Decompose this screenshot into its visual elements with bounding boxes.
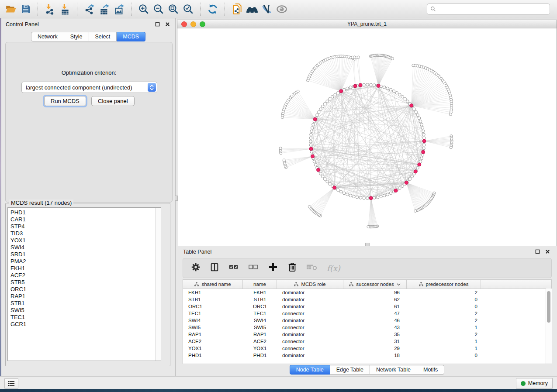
mcds-result-item[interactable]: ORC1 — [10, 286, 161, 293]
network-node[interactable] — [326, 100, 329, 103]
export-network-button[interactable] — [82, 2, 97, 17]
tab-mcds[interactable]: MCDS — [117, 32, 145, 41]
network-node[interactable] — [343, 192, 346, 195]
network-node[interactable] — [317, 110, 320, 113]
table-row-FKH1[interactable]: FKH1FKH1dominator962 — [183, 289, 551, 296]
network-node[interactable] — [422, 147, 426, 150]
apply-layout-button[interactable] — [205, 2, 220, 17]
mcds-result-item[interactable]: FKH1 — [10, 265, 161, 272]
network-node[interactable] — [316, 113, 319, 117]
network-node[interactable] — [331, 95, 334, 98]
network-node[interactable] — [418, 117, 421, 120]
network-leaf-node[interactable] — [357, 56, 360, 58]
network-leaf-node[interactable] — [297, 90, 299, 93]
mcds-result-item[interactable]: TEC1 — [10, 314, 161, 321]
close-panel-button[interactable]: Close panel — [91, 96, 135, 106]
mcds-dominator-node[interactable] — [422, 150, 425, 154]
tab-style[interactable]: Style — [64, 32, 89, 41]
select-all-rows-icon[interactable] — [228, 262, 239, 274]
mcds-dominator-node[interactable] — [369, 196, 373, 200]
settings-gear-icon[interactable] — [191, 262, 201, 274]
network-node[interactable] — [422, 137, 426, 140]
network-node[interactable] — [401, 95, 404, 98]
network-node[interactable] — [323, 102, 326, 105]
network-node[interactable] — [422, 130, 425, 133]
network-node[interactable] — [366, 197, 369, 200]
close-panel-icon[interactable] — [544, 248, 551, 255]
mcds-result-item[interactable]: SWI5 — [10, 307, 161, 314]
mcds-result-item[interactable]: PHD1 — [10, 209, 161, 216]
mcds-dominator-node[interactable] — [359, 83, 362, 87]
mcds-result-item[interactable]: STB5 — [10, 279, 161, 286]
network-node[interactable] — [383, 194, 386, 197]
network-node[interactable] — [373, 196, 376, 199]
network-node[interactable] — [339, 190, 343, 193]
table-row-ORC1[interactable]: ORC1ORC1dominator610 — [183, 303, 551, 310]
open-session-button[interactable] — [3, 2, 18, 17]
network-node[interactable] — [313, 160, 316, 163]
search-box[interactable] — [427, 3, 550, 15]
network-node[interactable] — [310, 130, 313, 133]
network-node[interactable] — [363, 83, 366, 86]
export-table-button[interactable] — [97, 2, 112, 17]
network-leaf-node[interactable] — [279, 147, 282, 150]
network-node[interactable] — [415, 110, 418, 113]
mcds-dominator-node[interactable] — [377, 84, 380, 87]
deselect-all-rows-icon[interactable] — [248, 262, 259, 274]
mcds-dominator-node[interactable] — [405, 181, 408, 184]
network-node[interactable] — [408, 178, 412, 181]
mcds-result-item[interactable]: STB1 — [10, 300, 161, 307]
mcds-dominator-node[interactable] — [339, 89, 343, 93]
mcds-dominator-node[interactable] — [311, 155, 315, 158]
network-node[interactable] — [349, 86, 352, 89]
table-row-STB1[interactable]: STB1STB1dominator620 — [183, 296, 551, 303]
network-node[interactable] — [392, 90, 395, 93]
table-scrollbar-thumb[interactable] — [547, 291, 550, 323]
network-node[interactable] — [421, 154, 424, 157]
network-node[interactable] — [398, 93, 401, 96]
mcds-result-item[interactable]: GCR1 — [10, 321, 161, 328]
hide-selected-button[interactable] — [259, 2, 274, 17]
network-node[interactable] — [419, 120, 422, 123]
table-scrollbar[interactable] — [546, 289, 552, 364]
network-node[interactable] — [398, 187, 401, 190]
search-input[interactable] — [438, 6, 547, 13]
mcds-result-scrollbar[interactable] — [155, 208, 161, 361]
add-row-icon[interactable] — [268, 262, 278, 274]
network-node[interactable] — [416, 113, 419, 117]
mcds-result-item[interactable]: STP4 — [10, 223, 161, 230]
network-node[interactable] — [421, 127, 424, 130]
network-node[interactable] — [309, 144, 312, 147]
network-leaf-node[interactable] — [391, 57, 394, 60]
network-node[interactable] — [336, 189, 339, 192]
network-node[interactable] — [406, 100, 409, 103]
network-node[interactable] — [321, 175, 324, 178]
network-node[interactable] — [326, 180, 329, 183]
zoom-fit-button[interactable] — [166, 2, 181, 17]
network-node[interactable] — [420, 123, 423, 126]
mcds-dominator-node[interactable] — [309, 147, 313, 151]
optimization-criterion-select[interactable]: largest connected component (undirected) — [21, 82, 157, 93]
network-node[interactable] — [334, 93, 337, 96]
table-row-SWI4[interactable]: SWI4SWI4dominator462 — [183, 317, 551, 324]
network-node[interactable] — [346, 87, 349, 90]
network-node[interactable] — [328, 97, 331, 100]
network-graph-canvas[interactable] — [177, 28, 557, 246]
new-network-from-selection-button[interactable] — [230, 2, 245, 17]
network-node[interactable] — [310, 133, 313, 136]
column-layout-icon[interactable] — [210, 262, 219, 274]
mcds-result-list[interactable]: PHD1CAR1STP4TID3YOX1SWI4SRD1PMA2FKH1ACE2… — [7, 207, 161, 361]
network-node[interactable] — [323, 178, 326, 181]
network-node[interactable] — [386, 87, 389, 90]
network-leaf-node[interactable] — [367, 225, 370, 228]
tab-edge-table[interactable]: Edge Table — [330, 365, 370, 375]
mcds-result-item[interactable]: YOX1 — [10, 237, 161, 244]
float-panel-icon[interactable] — [154, 21, 161, 28]
column-header-successor-nodes[interactable]: successor nodes — [343, 280, 407, 289]
save-session-button[interactable] — [18, 2, 33, 17]
table-row-YOX1[interactable]: YOX1YOX1connector291 — [183, 345, 551, 352]
network-node[interactable] — [422, 144, 426, 147]
network-node[interactable] — [319, 108, 322, 111]
network-node[interactable] — [353, 195, 356, 198]
mcds-dominator-node[interactable] — [410, 104, 413, 107]
